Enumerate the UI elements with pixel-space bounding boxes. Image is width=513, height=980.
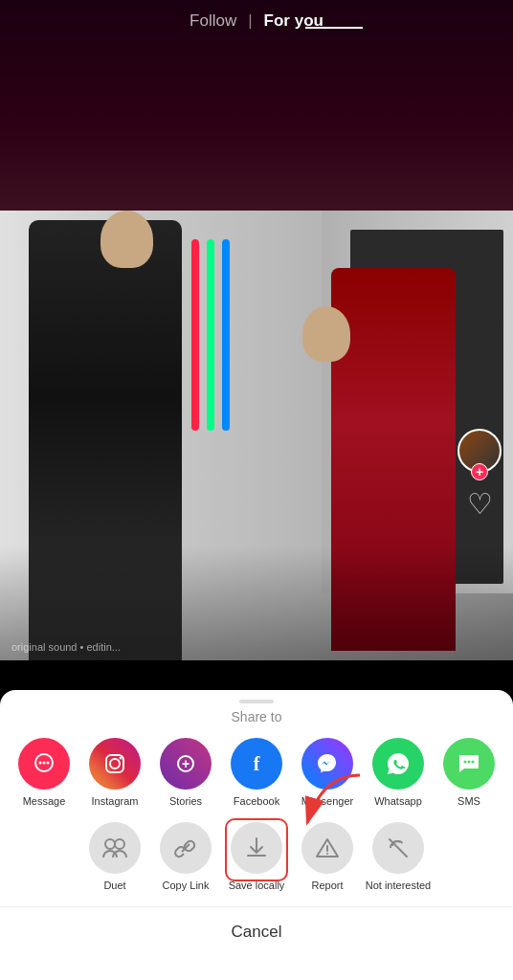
whatsapp-label: Whatsapp xyxy=(374,795,422,807)
share-sms[interactable]: SMS xyxy=(434,734,504,811)
share-save-locally[interactable]: Save locally xyxy=(221,818,292,895)
rgb-bar-blue xyxy=(222,239,230,431)
message-icon xyxy=(18,738,70,790)
share-stories[interactable]: + Stories xyxy=(150,734,221,811)
bottom-sheet: Share to Message xyxy=(0,690,513,980)
rgb-strip xyxy=(191,239,230,431)
svg-point-3 xyxy=(47,762,50,765)
facebook-label: Facebook xyxy=(234,795,279,807)
sms-label: SMS xyxy=(457,795,480,807)
save-locally-icon xyxy=(231,822,282,874)
share-row-1: Message Instagram + Stories xyxy=(0,734,513,818)
share-instagram[interactable]: Instagram xyxy=(79,734,150,811)
cancel-area: Cancel xyxy=(0,906,513,961)
svg-point-15 xyxy=(115,839,124,849)
share-facebook[interactable]: f Facebook xyxy=(221,734,292,811)
red-arrow xyxy=(293,770,369,841)
message-label: Message xyxy=(23,795,66,807)
svg-point-2 xyxy=(43,762,46,765)
save-locally-label: Save locally xyxy=(229,880,285,891)
heart-icon: ♡ xyxy=(467,487,493,521)
instagram-label: Instagram xyxy=(92,795,139,807)
svg-point-6 xyxy=(120,757,123,760)
share-copy-link[interactable]: Copy Link xyxy=(150,818,221,895)
like-button[interactable]: ♡ xyxy=(462,486,497,521)
sheet-handle xyxy=(239,700,274,703)
copy-link-icon xyxy=(160,822,212,874)
svg-point-14 xyxy=(105,839,115,849)
svg-text:+: + xyxy=(182,756,190,771)
rgb-bar-green xyxy=(207,239,214,431)
not-interested-icon xyxy=(372,822,424,874)
copy-link-label: Copy Link xyxy=(163,880,210,891)
share-row-2: Duet Copy Link Save locally xyxy=(0,818,513,906)
facebook-icon: f xyxy=(231,738,282,790)
header-divider: | xyxy=(248,11,252,31)
share-duet[interactable]: Duet xyxy=(79,818,150,895)
share-whatsapp[interactable]: Whatsapp xyxy=(363,734,434,811)
share-not-interested[interactable]: Not interested xyxy=(363,818,434,895)
rgb-bar-red xyxy=(191,239,199,431)
stories-icon: + xyxy=(160,738,212,790)
svg-point-10 xyxy=(464,761,467,764)
header: Follow | For you xyxy=(0,0,513,42)
svg-point-1 xyxy=(39,762,42,765)
avatar-container[interactable]: + xyxy=(457,429,502,473)
whatsapp-icon xyxy=(372,738,424,790)
right-controls: + ♡ xyxy=(457,429,502,521)
instagram-icon xyxy=(89,738,141,790)
duet-icon xyxy=(89,822,141,874)
safe-area xyxy=(0,961,513,980)
video-info-text: original sound • editin... xyxy=(11,641,121,653)
share-message[interactable]: Message xyxy=(9,734,79,811)
person-left-head xyxy=(100,211,153,268)
sheet-handle-row xyxy=(0,690,513,709)
avatar-plus-icon[interactable]: + xyxy=(471,463,488,480)
report-label: Report xyxy=(311,880,343,891)
svg-point-5 xyxy=(110,759,120,768)
svg-text:f: f xyxy=(254,753,260,774)
stories-label: Stories xyxy=(169,795,202,807)
video-frame[interactable] xyxy=(0,211,513,660)
svg-point-12 xyxy=(472,761,475,764)
cancel-button[interactable]: Cancel xyxy=(0,923,513,942)
follow-tab[interactable]: Follow xyxy=(190,11,236,31)
video-info: original sound • editin... xyxy=(11,637,456,655)
sms-icon xyxy=(443,738,495,790)
share-to-label: Share to xyxy=(0,709,513,734)
not-interested-label: Not interested xyxy=(366,880,431,891)
tab-underline xyxy=(305,27,363,29)
svg-point-11 xyxy=(468,761,471,764)
person-right-head xyxy=(302,306,350,362)
duet-label: Duet xyxy=(103,880,125,891)
svg-point-18 xyxy=(326,853,328,855)
